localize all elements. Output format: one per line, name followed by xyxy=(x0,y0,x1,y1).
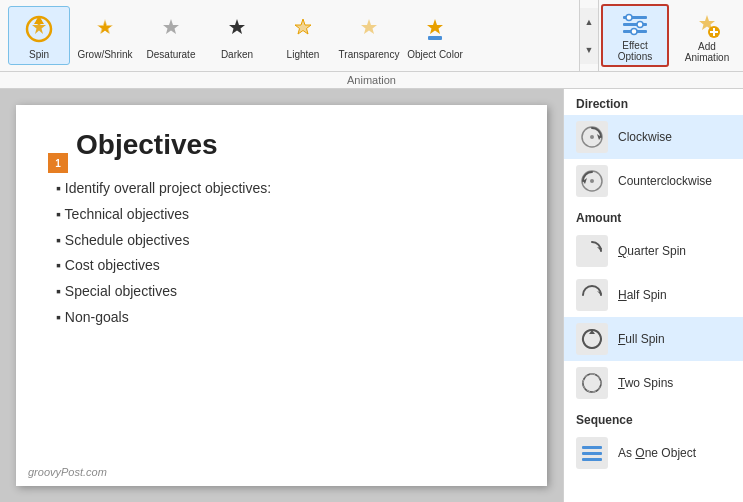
svg-point-9 xyxy=(631,28,637,34)
desat-icon xyxy=(153,11,189,47)
anim-object-color[interactable]: Object Color xyxy=(404,7,466,64)
dropdown-counterclockwise[interactable]: Counterclockwise xyxy=(564,159,743,203)
anim-darken[interactable]: Darken xyxy=(206,7,268,64)
dropdown-full-spin[interactable]: Full Spin xyxy=(564,317,743,361)
full-spin-icon xyxy=(576,323,608,355)
svg-point-7 xyxy=(626,14,632,20)
slide-content: Identify overall project objectives: Tec… xyxy=(56,177,515,330)
counterclockwise-label: Counterclockwise xyxy=(618,174,712,188)
darken-label: Darken xyxy=(221,49,253,60)
quarter-spin-icon xyxy=(576,235,608,267)
desat-label: Desaturate xyxy=(147,49,196,60)
direction-header: Direction xyxy=(564,89,743,115)
trans-label: Transparency xyxy=(339,49,400,60)
watermark: groovyPost.com xyxy=(28,466,107,478)
animation-list: Spin Grow/Shrink Desaturate xyxy=(0,0,579,71)
grow-icon xyxy=(87,11,123,47)
svg-rect-3 xyxy=(428,36,442,40)
effect-options-button[interactable]: Effect Options xyxy=(601,4,669,67)
counterclockwise-icon xyxy=(576,165,608,197)
list-item: Identify overall project objectives: xyxy=(56,177,515,201)
list-item: Technical objectives xyxy=(56,203,515,227)
two-spins-icon xyxy=(576,367,608,399)
dropdown-half-spin[interactable]: Half Spin xyxy=(564,273,743,317)
anim-desaturate[interactable]: Desaturate xyxy=(140,7,202,64)
main-content: 1 Objectives Identify overall project ob… xyxy=(0,89,743,502)
add-animation-label: Add Animation xyxy=(679,41,735,63)
anim-transparency[interactable]: Transparency xyxy=(338,7,400,64)
sequence-header: Sequence xyxy=(564,405,743,431)
effect-options-label: Effect Options xyxy=(609,40,661,62)
lighten-label: Lighten xyxy=(287,49,320,60)
spin-icon xyxy=(21,11,57,47)
svg-point-15 xyxy=(590,135,594,139)
svg-rect-25 xyxy=(582,452,602,455)
half-spin-label: Half Spin xyxy=(618,288,667,302)
amount-header: Amount xyxy=(564,203,743,229)
dropdown-clockwise[interactable]: Clockwise xyxy=(564,115,743,159)
two-spins-label: Two Spins xyxy=(618,376,673,390)
dropdown-as-one-object[interactable]: As One Object xyxy=(564,431,743,475)
svg-rect-26 xyxy=(582,458,602,461)
grow-label: Grow/Shrink xyxy=(77,49,132,60)
toolbar: Spin Grow/Shrink Desaturate xyxy=(0,0,743,72)
spin-label: Spin xyxy=(29,49,49,60)
slide: 1 Objectives Identify overall project ob… xyxy=(16,105,547,486)
trans-icon xyxy=(351,11,387,47)
svg-point-8 xyxy=(637,21,643,27)
clockwise-icon xyxy=(576,121,608,153)
anim-grow-shrink[interactable]: Grow/Shrink xyxy=(74,7,136,64)
dropdown-two-spins[interactable]: Two Spins xyxy=(564,361,743,405)
list-item: Non-goals xyxy=(56,306,515,330)
quarter-spin-label: Quarter Spin xyxy=(618,244,686,258)
svg-point-18 xyxy=(590,179,594,183)
slide-number-badge: 1 xyxy=(48,153,68,173)
dropdown-quarter-spin[interactable]: Quarter Spin xyxy=(564,229,743,273)
scroll-up-button[interactable]: ▲ xyxy=(580,8,598,36)
list-item: Special objectives xyxy=(56,280,515,304)
anim-spin[interactable]: Spin xyxy=(8,6,70,65)
as-one-object-label: As One Object xyxy=(618,446,696,460)
full-spin-label: Full Spin xyxy=(618,332,665,346)
color-label: Object Color xyxy=(407,49,463,60)
add-animation-icon xyxy=(691,9,723,41)
color-icon xyxy=(417,11,453,47)
as-one-icon xyxy=(576,437,608,469)
scroll-down-button[interactable]: ▼ xyxy=(580,36,598,64)
scroll-buttons: ▲ ▼ xyxy=(579,0,599,71)
effect-options-icon xyxy=(619,10,651,40)
anim-lighten[interactable]: Lighten xyxy=(272,7,334,64)
add-animation-button[interactable]: Add Animation xyxy=(673,4,741,67)
svg-rect-24 xyxy=(582,446,602,449)
clockwise-label: Clockwise xyxy=(618,130,672,144)
lighten-icon xyxy=(285,11,321,47)
list-item: Cost objectives xyxy=(56,254,515,278)
animation-label-bar: Animation xyxy=(0,72,743,89)
list-item: Schedule objectives xyxy=(56,229,515,253)
half-spin-icon xyxy=(576,279,608,311)
slide-title: Objectives xyxy=(76,129,515,161)
slide-area: 1 Objectives Identify overall project ob… xyxy=(0,89,563,502)
dropdown-panel: Direction Clockwise xyxy=(563,89,743,502)
darken-icon xyxy=(219,11,255,47)
